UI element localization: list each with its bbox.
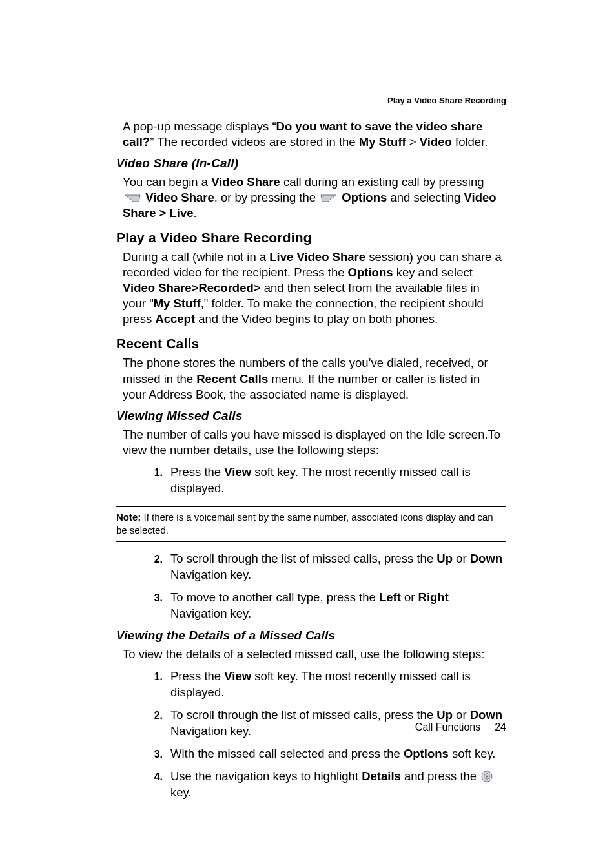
list-item: 3. With the missed call selected and pre… <box>116 746 506 762</box>
svg-point-2 <box>486 775 488 777</box>
heading-viewing-missed-calls: Viewing Missed Calls <box>116 409 506 423</box>
vmc-intro: The number of calls you have missed is d… <box>123 427 506 458</box>
vdmc-steps: 1. Press the View soft key. The most rec… <box>116 669 506 801</box>
heading-recent-calls: Recent Calls <box>116 336 506 351</box>
vmc-steps: 1. Press the View soft key. The most rec… <box>116 464 506 497</box>
text: During a call (while not in a <box>123 250 269 264</box>
text: To move to another call type, press the <box>170 590 379 604</box>
page-header-right: Play a Video Share Recording <box>387 96 506 105</box>
heading-video-share-incall: Video Share (In-Call) <box>116 156 506 171</box>
heading-play-video-share-recording: Play a Video Share Recording <box>116 230 506 245</box>
text: With the missed call selected and press … <box>170 747 404 760</box>
text-bold: Left <box>379 590 401 604</box>
text: key. <box>170 785 192 799</box>
softkey-right-icon <box>320 194 337 203</box>
text: Use the navigation keys to highlight <box>170 769 362 783</box>
text: Navigation key. <box>170 568 251 581</box>
text-bold: Live Video Share <box>269 250 365 264</box>
text-bold: Right <box>418 590 449 604</box>
text: Press the <box>170 669 224 683</box>
text: . <box>194 206 197 220</box>
video-share-incall-paragraph: You can begin a Video Share call during … <box>123 174 506 221</box>
note-rule-top <box>116 506 506 507</box>
text-bold: Video Share <box>145 191 214 204</box>
text: Press the <box>170 465 224 479</box>
text-bold: Video Share <box>211 175 280 189</box>
recent-calls-paragraph: The phone stores the numbers of the call… <box>123 355 506 402</box>
text-bold: Video Share>Recorded> <box>123 281 261 295</box>
text: > <box>406 135 420 149</box>
note-rule-bottom <box>116 541 506 542</box>
text-bold: Down <box>470 708 502 722</box>
text: To scroll through the list of missed cal… <box>170 552 436 565</box>
text-bold: View <box>224 669 251 683</box>
text: or <box>401 590 418 604</box>
text: and selecting <box>387 191 464 204</box>
ok-key-icon <box>481 771 493 782</box>
text-bold: Accept <box>155 312 195 326</box>
text-bold: My Stuff <box>154 296 201 310</box>
list-item: 3. To move to another call type, press t… <box>116 590 506 622</box>
note-text: If there is a voicemail sent by the same… <box>116 512 493 535</box>
text-bold: Video <box>420 135 452 149</box>
text-bold: Up <box>436 708 453 722</box>
text-bold: Options <box>342 191 387 204</box>
list-item: 1. Press the View soft key. The most rec… <box>116 464 506 497</box>
text: Navigation key. <box>170 607 251 620</box>
text: key and select <box>393 265 473 279</box>
step-number: 1. <box>143 670 163 684</box>
text-bold: Down <box>470 552 502 565</box>
step-number: 4. <box>143 770 163 784</box>
step-number: 3. <box>143 591 163 605</box>
text: and the Video begins to play on both pho… <box>195 312 438 326</box>
text: ” The recorded videos are stored in the <box>150 135 359 149</box>
text-bold: My Stuff <box>359 135 406 149</box>
text: Navigation key. <box>170 724 251 738</box>
heading-viewing-details-missed-calls: Viewing the Details of a Missed Calls <box>116 629 506 643</box>
step-number: 2. <box>143 552 163 566</box>
list-item: 1. Press the View soft key. The most rec… <box>116 669 506 701</box>
text: and press the <box>401 769 480 783</box>
list-item: 2. To scroll through the list of missed … <box>116 551 506 583</box>
text: , or by pressing the <box>214 191 319 204</box>
text: or <box>453 552 470 565</box>
intro-paragraph: A pop-up message displays “Do you want t… <box>123 119 506 150</box>
vmc-steps-cont: 2. To scroll through the list of missed … <box>116 551 506 622</box>
text-bold: Recent Calls <box>196 372 268 386</box>
step-number: 1. <box>143 466 163 480</box>
text: You can begin a <box>123 175 211 189</box>
text-bold: Up <box>436 552 453 565</box>
text-bold: Options <box>404 747 449 760</box>
text: folder. <box>452 135 488 149</box>
page: Play a Video Share Recording A pop-up me… <box>0 0 616 852</box>
step-number: 2. <box>143 709 163 723</box>
text: or <box>453 708 470 722</box>
note: Note: If there is a voicemail sent by th… <box>116 511 506 537</box>
text: call during an existing call by pressing <box>280 175 484 189</box>
text-bold: View <box>224 465 251 479</box>
page-content: A pop-up message displays “Do you want t… <box>116 96 506 801</box>
note-label: Note: <box>116 512 141 523</box>
footer-page-number: 24 <box>495 722 506 733</box>
page-footer: Call Functions24 <box>415 722 506 733</box>
list-item: 4. Use the navigation keys to highlight … <box>116 769 506 801</box>
text: soft key. <box>449 747 496 760</box>
text: A pop-up message displays “ <box>123 119 276 133</box>
text: To scroll through the list of missed cal… <box>170 708 436 722</box>
vdmc-intro: To view the details of a selected missed… <box>123 647 506 662</box>
step-number: 3. <box>143 747 163 762</box>
softkey-left-icon <box>124 194 141 203</box>
footer-section: Call Functions <box>415 722 480 733</box>
text-bold: Options <box>348 265 393 279</box>
text-bold: Details <box>362 769 401 783</box>
pvsr-paragraph: During a call (while not in a Live Video… <box>123 249 506 327</box>
